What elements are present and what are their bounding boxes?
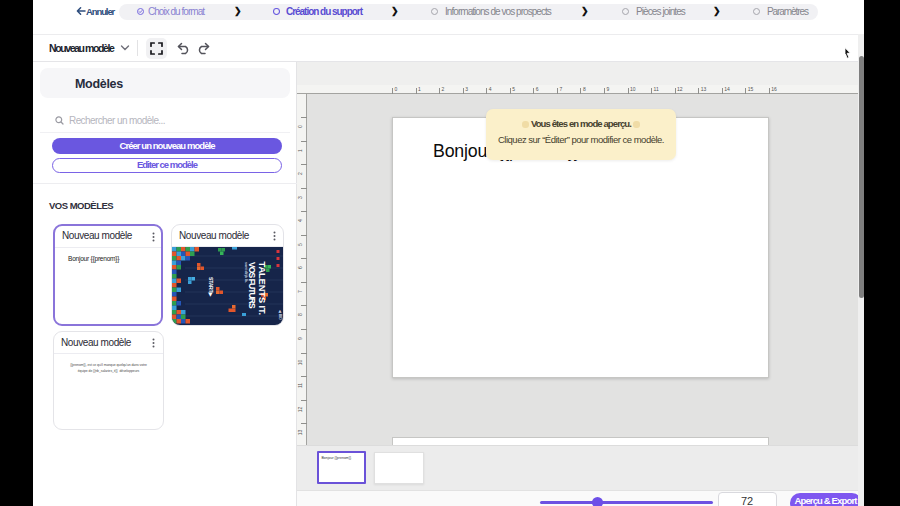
- svg-text:sont déjà là.: sont déjà là.: [244, 262, 248, 283]
- svg-text:VOS FUTURS: VOS FUTURS: [247, 262, 257, 309]
- svg-text:START▶: START▶: [208, 277, 214, 297]
- svg-text:TALENTS IT.: TALENTS IT.: [257, 262, 267, 315]
- svg-text:◀ BID: ◀ BID: [278, 309, 282, 320]
